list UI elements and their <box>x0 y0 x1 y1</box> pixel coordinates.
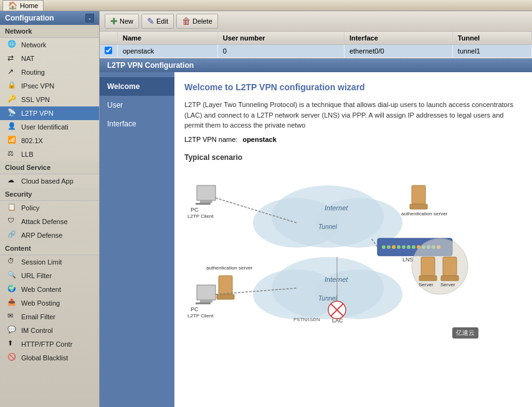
svg-point-18 <box>392 245 396 249</box>
svg-point-22 <box>412 245 416 249</box>
main-area: Configuration - Network Network NAT Rout… <box>0 11 532 407</box>
sidebar-item-webcontent[interactable]: Web Content <box>0 283 99 296</box>
svg-rect-34 <box>419 276 437 281</box>
webcontent-icon <box>7 284 17 294</box>
sidebar-label-webcontent: Web Content <box>21 286 61 293</box>
svg-rect-40 <box>200 300 212 302</box>
welcome-text: L2TP (Layer Two Tunneling Protocol) is a… <box>184 100 522 131</box>
svg-rect-36 <box>443 257 457 276</box>
sidebar-item-ipsec[interactable]: IPsec VPN <box>0 79 99 93</box>
row-checkbox[interactable] <box>100 45 118 58</box>
sidebar-item-email[interactable]: Email Filter <box>0 310 99 324</box>
config-panel-title: L2TP VPN Configuration <box>100 58 532 72</box>
svg-text:Server: Server <box>440 282 455 288</box>
svg-rect-44 <box>219 276 232 294</box>
sidebar: Configuration - Network Network NAT Rout… <box>0 11 100 407</box>
sidebar-item-user-id[interactable]: User Identificati <box>0 120 99 134</box>
sidebar-item-cloud[interactable]: Cloud based App <box>0 174 99 188</box>
svg-text:L2TP Client: L2TP Client <box>188 313 214 319</box>
8021x-icon <box>7 136 17 146</box>
sidebar-item-l2tp[interactable]: L2TP VPN <box>0 106 99 120</box>
sidebar-label-user-id: User Identificati <box>21 123 69 131</box>
sidebar-item-llb[interactable]: LLB <box>0 147 99 161</box>
home-tab[interactable]: 🏠 Home <box>2 0 44 11</box>
delete-button[interactable]: 🗑 Delete <box>176 14 218 29</box>
sidebar-item-webpost[interactable]: Web Posting <box>0 296 99 310</box>
ssl-icon <box>7 95 17 105</box>
ipsec-icon <box>7 81 17 91</box>
vpn-name-row: L2TP VPN name: openstack <box>184 136 522 143</box>
attack-icon <box>7 217 17 227</box>
sidebar-item-im[interactable]: IM Control <box>0 324 99 337</box>
edit-button[interactable]: ✎ Edit <box>141 14 174 29</box>
svg-rect-39 <box>197 285 216 300</box>
url-icon <box>7 271 17 281</box>
sidebar-item-nat[interactable]: NAT <box>0 52 99 65</box>
sidebar-label-url: URL Filter <box>21 272 52 279</box>
config-panel: L2TP VPN Configuration Welcome User Inte… <box>100 58 532 407</box>
svg-rect-37 <box>441 276 458 281</box>
sidebar-item-8021x[interactable]: 802.1X <box>0 134 99 147</box>
sidebar-label-llb: LLB <box>21 151 34 158</box>
svg-point-19 <box>397 245 401 249</box>
sidebar-item-network[interactable]: Network <box>0 38 99 52</box>
svg-text:LAC: LAC <box>332 317 343 324</box>
sidebar-label-arp: ARP Defense <box>21 232 62 239</box>
sidebar-label-webpost: Web Posting <box>21 299 60 307</box>
sidebar-label-routing: Routing <box>21 68 45 76</box>
svg-point-17 <box>387 245 391 249</box>
sidebar-item-arp[interactable]: ARP Defense <box>0 228 99 242</box>
svg-text:PC: PC <box>191 306 199 312</box>
wizard-item-user[interactable]: User <box>100 96 174 115</box>
sidebar-label-l2tp: L2TP VPN <box>21 110 54 117</box>
svg-text:L2TP Client: L2TP Client <box>188 213 214 219</box>
sidebar-item-http[interactable]: HTTP/FTP Contr <box>0 337 99 351</box>
svg-point-16 <box>382 245 386 249</box>
sidebar-label-nat: NAT <box>21 55 34 62</box>
collapse-button[interactable]: - <box>85 14 94 22</box>
wizard-item-welcome[interactable]: Welcome <box>100 77 174 96</box>
svg-text:Server: Server <box>419 282 434 288</box>
sidebar-item-global[interactable]: Global Blacklist <box>0 351 99 365</box>
home-label: Home <box>20 2 38 9</box>
svg-rect-41 <box>196 302 211 304</box>
policy-icon <box>7 203 17 213</box>
table-row[interactable]: openstack 0 ethernet0/0 tunnel1 <box>100 45 532 58</box>
sidebar-label-cloud: Cloud based App <box>21 177 74 185</box>
webpost-icon <box>7 298 17 308</box>
sidebar-item-routing[interactable]: Routing <box>0 65 99 79</box>
http-icon <box>7 339 17 349</box>
wizard-item-interface[interactable]: Interface <box>100 115 174 133</box>
sidebar-item-url[interactable]: URL Filter <box>0 269 99 283</box>
network-group-label: Network <box>0 25 99 38</box>
svg-text:PC: PC <box>191 207 199 213</box>
svg-text:Internet: Internet <box>325 276 348 283</box>
new-button[interactable]: ✚ New <box>105 14 139 29</box>
sidebar-item-session[interactable]: Session Limit <box>0 255 99 269</box>
sidebar-label-network: Network <box>21 41 46 49</box>
sidebar-item-policy[interactable]: Policy <box>0 201 99 215</box>
network-icon <box>7 40 17 50</box>
sidebar-label-ipsec: IPsec VPN <box>21 82 54 90</box>
col-checkbox <box>100 32 118 45</box>
col-user-number: User number <box>217 32 344 45</box>
global-icon <box>7 353 17 363</box>
arp-icon <box>7 230 17 240</box>
row-name: openstack <box>118 45 218 58</box>
delete-label: Delete <box>192 17 212 25</box>
vpn-name-label: L2TP VPN name: <box>184 136 237 143</box>
sidebar-item-ssl[interactable]: SSL VPN <box>0 93 99 106</box>
delete-icon: 🗑 <box>182 16 191 26</box>
svg-text:authentication server: authentication server <box>401 211 448 217</box>
svg-text:LNS: LNS <box>402 256 414 263</box>
row-user-number: 0 <box>217 45 344 58</box>
diagram-svg: Internet Tunnel Internet Tunnel <box>184 167 483 335</box>
new-label: New <box>120 17 133 25</box>
svg-text:Internet: Internet <box>325 204 348 212</box>
llb-icon <box>7 149 17 159</box>
sidebar-item-attack[interactable]: Attack Defense <box>0 215 99 228</box>
svg-rect-10 <box>197 185 216 200</box>
svg-rect-12 <box>196 203 211 205</box>
vpn-name-value: openstack <box>242 136 276 143</box>
vpn-table: Name User number Interface Tunnel openst… <box>100 32 532 58</box>
